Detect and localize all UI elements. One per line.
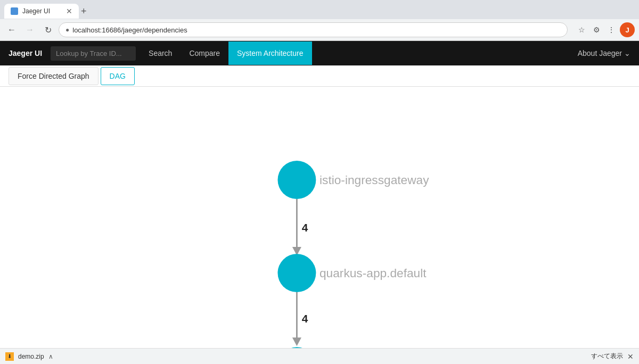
edge-label-1-2: 4 [302,221,308,234]
edge-label-2-3: 4 [302,312,308,325]
dag-svg: 4 4 istio-ingressgateway quarkus-app.def… [0,87,639,349]
address-bar[interactable]: ● localhost:16686/jaeger/dependencies [59,22,568,37]
browser-actions: ☆ ⚙ ⋮ J [575,22,635,37]
nav-links: Search Compare System Architecture [140,42,312,65]
about-button[interactable]: About Jaeger ⌄ [578,49,630,57]
nav-compare[interactable]: Compare [181,42,228,65]
node-label-quarkus-app: quarkus-app.default [320,266,427,280]
node-istio-ingressgateway[interactable] [277,161,316,199]
sub-navbar: Force Directed Graph DAG [0,65,639,87]
node-label-istio-ingressgateway: istio-ingressgateway [320,173,429,187]
tab-force-directed-graph[interactable]: Force Directed Graph [9,67,99,85]
bottom-bar: ⬇ demo.zip ∧ すべて表示 ✕ [0,348,639,349]
profile-button[interactable]: J [620,22,635,37]
tab-dag[interactable]: DAG [101,67,135,85]
node-quarkus-app[interactable] [277,254,316,292]
bookmark-icon[interactable]: ☆ [575,23,588,36]
about-label: About Jaeger [578,49,622,57]
tab-bar: Jaeger UI ✕ + [0,0,639,19]
trace-id-input[interactable] [51,46,136,61]
browser-chrome: Jaeger UI ✕ + ← → ↻ ● localhost:16686/ja… [0,0,639,41]
app-navbar: Jaeger UI Search Compare System Architec… [0,41,639,65]
forward-button[interactable]: → [22,22,37,37]
nav-search[interactable]: Search [140,42,181,65]
main-content: 4 4 istio-ingressgateway quarkus-app.def… [0,87,639,349]
app-logo[interactable]: Jaeger UI [9,49,42,57]
active-tab[interactable]: Jaeger UI ✕ [4,4,79,19]
reload-button[interactable]: ↻ [40,22,55,37]
browser-controls: ← → ↻ ● localhost:16686/jaeger/dependenc… [0,19,639,40]
tab-close-button[interactable]: ✕ [66,7,72,15]
menu-icon[interactable]: ⋮ [605,23,618,36]
lock-icon: ● [65,26,69,34]
url-text: localhost:16686/jaeger/dependencies [72,26,187,34]
extensions-icon[interactable]: ⚙ [590,23,603,36]
nav-system-architecture[interactable]: System Architecture [228,42,312,65]
back-button[interactable]: ← [4,22,19,37]
about-chevron: ⌄ [624,49,630,57]
new-tab-button[interactable]: + [81,6,87,16]
dag-container: 4 4 istio-ingressgateway quarkus-app.def… [0,87,639,349]
tab-title: Jaeger UI [22,7,50,15]
tab-favicon [11,7,18,15]
arrow-2-3 [292,337,301,346]
